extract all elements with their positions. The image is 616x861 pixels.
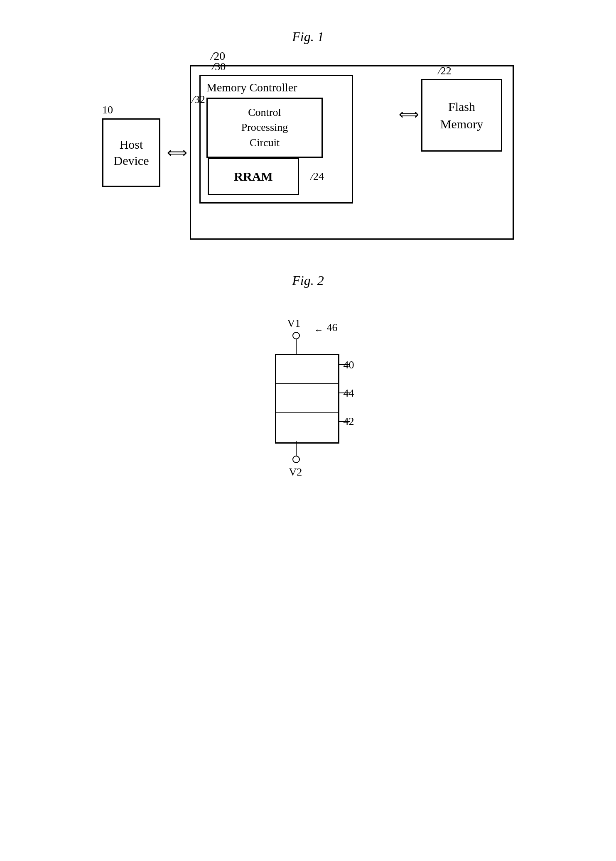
flash-text: FlashMemory [440, 98, 483, 133]
fig1-title: Fig. 1 [17, 29, 599, 44]
label-42: 42 [344, 415, 354, 428]
flash-box: FlashMemory [421, 79, 502, 152]
host-device-text: HostDevice [114, 136, 149, 169]
cpc-text: ControlProcessingCircuit [241, 105, 288, 150]
mc-title: Memory Controller [206, 81, 346, 94]
cpc-wrap: /32 ControlProcessingCircuit [206, 98, 346, 158]
arrow46-label: 46 [327, 321, 338, 334]
rram-text: RRAM [234, 169, 272, 184]
v1-line [296, 339, 297, 354]
host-device-label: 10 [102, 104, 113, 116]
cpc-box: ControlProcessingCircuit [206, 98, 323, 158]
rram-wrap: RRAM /24 [208, 158, 299, 195]
v2-label: V2 [289, 466, 302, 478]
comp-section-top [276, 355, 338, 384]
label-40: 40 [344, 359, 354, 371]
fig2-diagram: V1 ← 46 40 44 42 V2 [246, 317, 371, 525]
comp-section-bot [276, 413, 338, 442]
fig1-container: 10 HostDevice ⟺ /20 /30 [17, 65, 599, 240]
v1-terminal [292, 332, 300, 339]
v2-terminal [292, 456, 300, 463]
host-device-wrap: 10 HostDevice [102, 118, 160, 187]
component-box [275, 354, 339, 444]
host-device-box: HostDevice [102, 118, 160, 187]
label-44: 44 [344, 387, 354, 400]
outer-box: /30 Memory Controller /32 [190, 65, 514, 240]
fig2-title: Fig. 2 [17, 273, 599, 288]
page: Fig. 1 10 HostDevice ⟺ /20 [0, 0, 616, 861]
rram-box: RRAM [208, 158, 299, 195]
mc-flash-arrow: ⟺ [399, 106, 419, 123]
v1-label: V1 [287, 317, 301, 330]
rram-section: RRAM /24 [208, 158, 299, 195]
comp-section-mid [276, 384, 338, 413]
cpc-label-num: /32 [191, 93, 205, 106]
fig2-container: V1 ← 46 40 44 42 V2 [17, 317, 599, 525]
flash-label-num: /22 [438, 65, 452, 77]
fig1-diagram: 10 HostDevice ⟺ /20 /30 [102, 65, 514, 240]
flash-section: /22 FlashMemory [421, 79, 502, 152]
host-outer-arrow: ⟺ [167, 144, 187, 161]
rram-label-num: /24 [310, 170, 324, 183]
arrow46-icon: ← [314, 325, 324, 336]
mc-label-num: /30 [212, 61, 226, 73]
outer-box-wrap: /20 /30 Memory Controller [190, 65, 514, 240]
v2-line [296, 441, 297, 456]
